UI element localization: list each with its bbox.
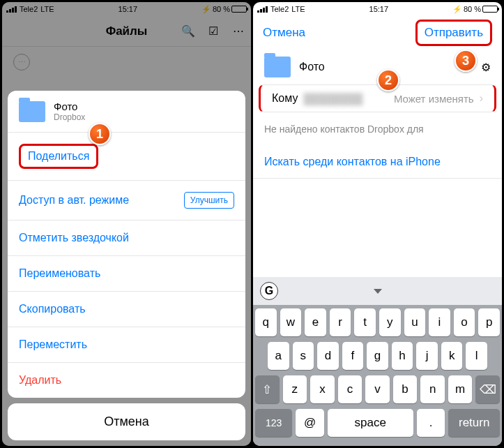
key-row-2: a s d f g h j k l — [255, 342, 500, 370]
rename-label: Переименовать — [19, 267, 100, 280]
key-dot[interactable]: . — [417, 409, 445, 437]
key-p[interactable]: p — [478, 308, 500, 336]
key-v[interactable]: v — [365, 375, 390, 403]
battery-icon — [231, 6, 247, 13]
key-shift[interactable]: ⇧ — [255, 375, 280, 403]
key-row-1: q w e r t y u i o p — [255, 308, 500, 336]
gear-icon[interactable]: ⚙ — [481, 61, 491, 74]
key-u[interactable]: u — [404, 308, 426, 336]
network-label: LTE — [291, 5, 305, 13]
key-123[interactable]: 123 — [255, 409, 292, 437]
to-label: Кому — [272, 92, 298, 105]
carrier-label: Tele2 — [20, 5, 38, 13]
more-icon[interactable]: ⋯ — [231, 24, 245, 38]
key-x[interactable]: x — [310, 375, 335, 403]
battery-label: 80 % — [464, 5, 481, 13]
key-g[interactable]: g — [367, 342, 388, 370]
share-row[interactable]: Поделиться 1 — [8, 133, 245, 181]
copy-label: Скопировать — [19, 303, 86, 315]
key-m[interactable]: m — [448, 375, 473, 403]
rename-row[interactable]: Переименовать — [8, 256, 245, 292]
right-screenshot: Tele2 LTE 15:17 ⚡ 80 % Отмена Отправить … — [253, 2, 502, 446]
send-button[interactable]: Отправить — [425, 26, 483, 39]
auto-access-row[interactable]: Доступ в авт. режиме Улучшить — [8, 181, 245, 221]
folder-icon — [19, 101, 45, 122]
key-c[interactable]: c — [338, 375, 362, 403]
status-bar: Tele2 LTE 15:17 ⚡ 80 % — [253, 2, 502, 16]
key-o[interactable]: o — [454, 308, 475, 336]
key-l[interactable]: l — [466, 342, 487, 370]
key-i[interactable]: i — [429, 308, 450, 336]
status-bar: Tele2 LTE 15:17 ⚡ 80 % — [2, 2, 251, 16]
copy-row[interactable]: Скопировать — [8, 292, 245, 327]
move-label: Переместить — [19, 338, 87, 351]
share-label: Поделиться — [28, 150, 89, 162]
delete-label: Удалить — [19, 374, 61, 387]
dropdown-icon[interactable] — [374, 289, 382, 294]
auto-label: Доступ в авт. режиме — [19, 194, 129, 207]
delete-row[interactable]: Удалить — [8, 363, 245, 398]
star-label: Отметить звездочкой — [19, 232, 129, 244]
page-title: Файлы — [106, 24, 148, 38]
key-b[interactable]: b — [393, 375, 418, 403]
time-label: 15:17 — [119, 5, 138, 13]
key-y[interactable]: y — [379, 308, 401, 336]
to-value: ████████ — [303, 93, 388, 105]
search-icon[interactable]: 🔍 — [181, 24, 195, 38]
key-s[interactable]: s — [293, 342, 314, 370]
left-screenshot: Tele2 LTE 15:17 ⚡ 80 % Файлы 🔍 ☑ ⋯ ⋯ — [2, 2, 251, 446]
star-row[interactable]: Отметить звездочкой — [8, 221, 245, 256]
nav-bar: Отмена Отправить 3 — [253, 16, 502, 50]
file-row: ⋯ — [2, 47, 251, 77]
key-backspace[interactable]: ⌫ — [475, 375, 500, 403]
to-row[interactable]: Кому ████████ Может изменять › — [259, 84, 496, 112]
key-k[interactable]: k — [441, 342, 463, 370]
select-icon[interactable]: ☑ — [206, 24, 220, 38]
sheet-subtitle: Dropbox — [54, 112, 85, 122]
key-h[interactable]: h — [392, 342, 413, 370]
action-sheet: Фото Dropbox Поделиться 1 Доступ в авт. … — [8, 91, 245, 446]
sheet-title: Фото — [54, 100, 85, 112]
placeholder-icon: ⋯ — [13, 54, 30, 70]
nav-bar: Файлы 🔍 ☑ ⋯ — [2, 16, 251, 47]
time-label: 15:17 — [369, 5, 389, 13]
carrier-label: Tele2 — [270, 5, 289, 13]
folder-icon — [264, 57, 291, 77]
key-z[interactable]: z — [283, 375, 307, 403]
key-row-4: 123 @ space . return — [255, 409, 500, 437]
key-a[interactable]: a — [268, 342, 289, 370]
battery-label: 80 % — [213, 5, 230, 13]
battery-icon — [482, 6, 498, 13]
keyboard: G q w e r t y u i o p a s — [253, 277, 502, 446]
key-row-3: ⇧ z x c v b n m ⌫ — [255, 375, 500, 403]
key-return[interactable]: return — [448, 409, 500, 437]
key-q[interactable]: q — [255, 308, 277, 336]
key-at[interactable]: @ — [296, 409, 324, 437]
signal-icon — [257, 6, 268, 13]
cancel-button[interactable]: Отмена — [8, 403, 245, 440]
search-contacts-row[interactable]: Искать среди контактов на iPhone — [253, 146, 502, 179]
key-n[interactable]: n — [420, 375, 445, 403]
signal-icon — [6, 6, 17, 13]
improve-button[interactable]: Улучшить — [184, 192, 234, 209]
key-e[interactable]: e — [305, 308, 326, 336]
keyboard-toolbar: G — [253, 277, 502, 305]
network-label: LTE — [40, 5, 54, 13]
key-t[interactable]: t — [354, 308, 376, 336]
move-row[interactable]: Переместить — [8, 327, 245, 363]
key-w[interactable]: w — [280, 308, 302, 336]
key-j[interactable]: j — [416, 342, 438, 370]
g-icon[interactable]: G — [260, 282, 278, 300]
sheet-header: Фото Dropbox — [8, 91, 245, 133]
permission-label: Может изменять — [394, 93, 474, 105]
key-d[interactable]: d — [317, 342, 339, 370]
folder-name: Фото — [299, 61, 325, 73]
chevron-right-icon: › — [480, 92, 483, 105]
key-space[interactable]: space — [328, 409, 413, 437]
cancel-button[interactable]: Отмена — [263, 26, 305, 40]
key-f[interactable]: f — [342, 342, 364, 370]
step-badge-1: 1 — [89, 123, 111, 145]
step-badge-2: 2 — [377, 69, 399, 91]
not-found-text: Не найдено контактов Dropbox для — [253, 112, 502, 146]
key-r[interactable]: r — [330, 308, 351, 336]
